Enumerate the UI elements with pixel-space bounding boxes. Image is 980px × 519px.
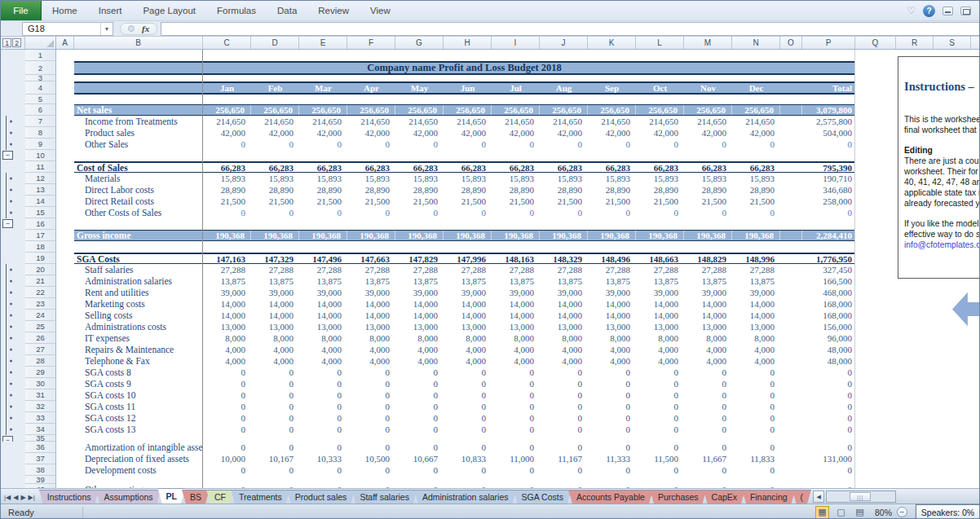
- cell-empty[interactable]: [780, 442, 802, 453]
- value-cell[interactable]: 28,890: [299, 184, 347, 196]
- value-cell[interactable]: 0: [203, 464, 251, 476]
- value-cell[interactable]: 148,663: [636, 254, 684, 263]
- value-cell[interactable]: 0: [492, 424, 540, 435]
- value-cell[interactable]: 8,000: [347, 332, 395, 344]
- value-cell[interactable]: 0: [395, 412, 444, 424]
- value-cell[interactable]: 21,500: [492, 196, 540, 207]
- value-cell[interactable]: 8,000: [684, 332, 732, 344]
- value-cell[interactable]: 0: [684, 424, 732, 435]
- value-cell[interactable]: 190,368: [540, 231, 588, 240]
- value-cell[interactable]: 14,000: [684, 298, 732, 310]
- ribbon-tab-data[interactable]: Data: [267, 1, 307, 20]
- value-cell[interactable]: 14,000: [444, 298, 492, 310]
- value-cell[interactable]: 4,000: [732, 355, 780, 367]
- sheet-tab-instructions[interactable]: Instructions: [39, 490, 99, 504]
- value-cell[interactable]: 14,000: [251, 310, 299, 321]
- cell-empty[interactable]: [56, 287, 74, 298]
- total-cell[interactable]: 346,680: [802, 184, 855, 196]
- cell-empty[interactable]: [780, 163, 802, 172]
- column-header-L[interactable]: L: [636, 37, 684, 49]
- ribbon-tab-view[interactable]: View: [360, 1, 401, 20]
- value-cell[interactable]: 14,000: [588, 310, 636, 321]
- value-cell[interactable]: 190,368: [203, 231, 251, 240]
- value-cell[interactable]: 147,329: [251, 254, 299, 263]
- row-header-33[interactable]: 33: [25, 412, 56, 424]
- value-cell[interactable]: 39,000: [444, 287, 492, 298]
- value-cell[interactable]: 15,893: [299, 173, 347, 184]
- value-cell[interactable]: 13,000: [347, 321, 395, 332]
- value-cell[interactable]: 14,000: [636, 310, 684, 321]
- value-cell[interactable]: 0: [588, 401, 636, 412]
- value-cell[interactable]: 14,000: [299, 310, 347, 321]
- zoom-level[interactable]: 80%: [875, 508, 892, 517]
- cell-empty[interactable]: [56, 378, 74, 389]
- ribbon-tab-home[interactable]: Home: [42, 1, 88, 20]
- row-label[interactable]: Staff salaries: [74, 264, 203, 275]
- value-cell[interactable]: 28,890: [444, 184, 492, 196]
- month-header-feb[interactable]: Feb: [251, 83, 299, 93]
- value-cell[interactable]: 148,496: [588, 254, 636, 263]
- value-cell[interactable]: 8,000: [203, 332, 251, 344]
- column-header-P[interactable]: P: [802, 37, 855, 49]
- column-header-A[interactable]: A: [56, 37, 74, 49]
- row-label[interactable]: SGA costs 10: [74, 389, 203, 401]
- value-cell[interactable]: 13,875: [636, 275, 684, 287]
- cell-empty[interactable]: [780, 116, 802, 127]
- value-cell[interactable]: 21,500: [251, 196, 299, 207]
- row-header-9[interactable]: 9: [25, 139, 56, 150]
- value-cell[interactable]: 14,000: [395, 310, 444, 321]
- value-cell[interactable]: 0: [203, 139, 251, 150]
- value-cell[interactable]: 190,368: [732, 231, 780, 240]
- cell-empty[interactable]: [56, 453, 74, 464]
- value-cell[interactable]: 0: [251, 424, 299, 435]
- value-cell[interactable]: 190,368: [636, 231, 684, 240]
- row-header-21[interactable]: 21: [25, 275, 56, 287]
- value-cell[interactable]: 13,000: [299, 321, 347, 332]
- cell-empty[interactable]: [56, 50, 74, 61]
- value-cell[interactable]: 13,000: [203, 321, 251, 332]
- cell-empty[interactable]: [56, 321, 74, 332]
- cell-empty[interactable]: [56, 81, 74, 95]
- scrollbar-grip[interactable]: |||: [850, 492, 871, 501]
- value-cell[interactable]: 14,000: [444, 310, 492, 321]
- value-cell[interactable]: 42,000: [251, 127, 299, 139]
- value-cell[interactable]: 13,875: [299, 275, 347, 287]
- cell-empty[interactable]: [780, 401, 802, 412]
- value-cell[interactable]: 14,000: [251, 298, 299, 310]
- row-header-1[interactable]: 1: [25, 50, 56, 61]
- value-cell[interactable]: 27,288: [444, 264, 492, 275]
- total-cell[interactable]: 0: [802, 412, 855, 424]
- value-cell[interactable]: 28,890: [347, 184, 395, 196]
- cell-empty[interactable]: [780, 310, 802, 321]
- total-cell[interactable]: 258,000: [802, 196, 855, 207]
- column-header-K[interactable]: K: [588, 37, 636, 49]
- total-cell[interactable]: 0: [802, 207, 855, 218]
- cell-empty[interactable]: [780, 453, 802, 464]
- row-header-3[interactable]: 3: [25, 75, 56, 81]
- value-cell[interactable]: 21,500: [444, 196, 492, 207]
- row-header-12[interactable]: 12: [25, 173, 56, 184]
- value-cell[interactable]: 0: [684, 139, 732, 150]
- cell-empty[interactable]: [56, 207, 74, 218]
- value-cell[interactable]: 256,650: [492, 105, 540, 115]
- total-cell[interactable]: 0: [802, 389, 855, 401]
- value-cell[interactable]: 15,893: [251, 173, 299, 184]
- row-label[interactable]: Administrations costs: [74, 321, 203, 332]
- row-label[interactable]: Net sales: [74, 105, 203, 115]
- row-label[interactable]: IT expenses: [74, 332, 203, 344]
- value-cell[interactable]: 0: [588, 389, 636, 401]
- value-cell[interactable]: 14,000: [492, 298, 540, 310]
- ribbon-tab-formulas[interactable]: Formulas: [206, 1, 267, 20]
- value-cell[interactable]: 0: [540, 412, 588, 424]
- value-cell[interactable]: 15,893: [732, 173, 780, 184]
- cell-empty[interactable]: [56, 184, 74, 196]
- value-cell[interactable]: 0: [347, 464, 395, 476]
- row-header-7[interactable]: 7: [25, 116, 56, 127]
- cell-empty[interactable]: [56, 161, 74, 173]
- value-cell[interactable]: 39,000: [251, 287, 299, 298]
- value-cell[interactable]: 190,368: [251, 231, 299, 240]
- value-cell[interactable]: 28,890: [395, 184, 444, 196]
- value-cell[interactable]: 14,000: [732, 298, 780, 310]
- value-cell[interactable]: 28,890: [684, 184, 732, 196]
- value-cell[interactable]: 21,500: [684, 196, 732, 207]
